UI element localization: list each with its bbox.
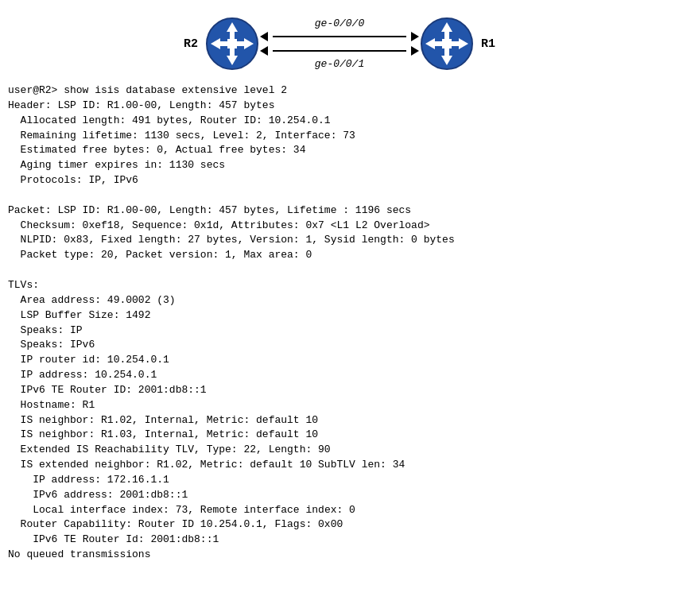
svg-marker-12 (260, 46, 268, 56)
router-r1-group: R1 (419, 16, 502, 72)
network-diagram: R2 ge-0/0/0 (0, 0, 679, 79)
link-bottom-label: ge-0/0/1 (315, 58, 364, 70)
svg-rect-18 (444, 48, 449, 57)
router-r1-label: R1 (481, 37, 495, 51)
arrow-right-bottom (406, 46, 419, 56)
arrow-top (260, 32, 419, 41)
router-row: R2 ge-0/0/0 (177, 16, 502, 72)
svg-rect-20 (433, 41, 443, 46)
link-container: ge-0/0/0 ge-0/0/1 (260, 17, 419, 70)
router-r2-icon (204, 16, 260, 72)
svg-marker-13 (411, 46, 419, 56)
terminal-section: user@R2> show isis database extensive le… (0, 79, 679, 571)
svg-rect-9 (227, 39, 237, 48)
svg-rect-23 (442, 39, 452, 48)
arrow-right-top (406, 32, 419, 41)
svg-marker-11 (411, 32, 419, 41)
svg-rect-8 (236, 41, 246, 46)
link-top-label: ge-0/0/0 (315, 17, 364, 29)
router-r1-icon (419, 16, 475, 72)
links: ge-0/0/0 ge-0/0/1 (260, 17, 419, 70)
arrow-left-top (260, 32, 273, 41)
svg-rect-4 (230, 48, 235, 57)
svg-rect-2 (230, 30, 235, 40)
arrow-left-bottom (260, 46, 273, 56)
router-r2-group: R2 (177, 16, 260, 72)
svg-marker-10 (260, 32, 268, 41)
svg-rect-16 (444, 30, 449, 40)
terminal-output: user@R2> show isis database extensive le… (8, 83, 671, 563)
svg-rect-6 (219, 41, 228, 46)
arrow-bottom (260, 46, 419, 56)
router-r2-label: R2 (184, 37, 198, 51)
svg-rect-22 (451, 41, 460, 46)
